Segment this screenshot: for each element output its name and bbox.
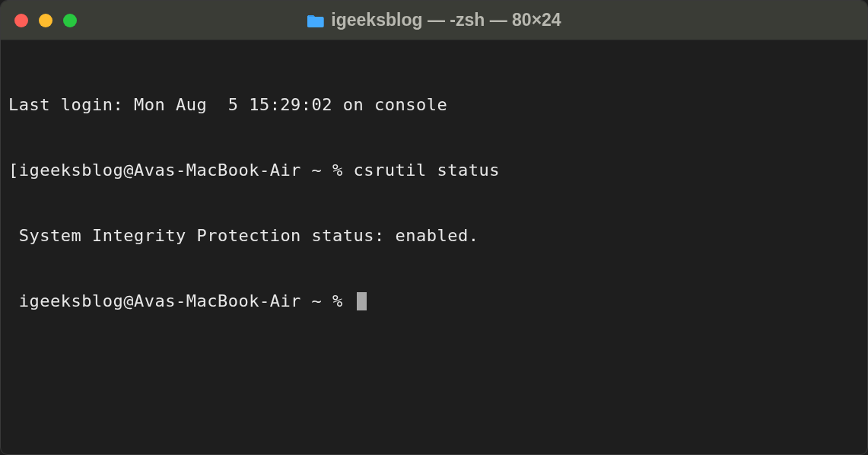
prompt-line: [igeeksblog@Avas-MacBook-Air ~ % csrutil…	[8, 160, 860, 182]
zoom-button[interactable]	[63, 14, 77, 27]
prompt-text: igeeksblog@Avas-MacBook-Air ~ %	[19, 161, 354, 180]
window-title-text: igeeksblog — -zsh — 80×24	[331, 10, 561, 30]
titlebar: igeeksblog — -zsh — 80×24	[1, 1, 867, 40]
cursor	[357, 292, 367, 310]
window-title: igeeksblog — -zsh — 80×24	[307, 10, 561, 30]
prompt-line: igeeksblog@Avas-MacBook-Air ~ %	[8, 291, 860, 313]
terminal-body[interactable]: Last login: Mon Aug 5 15:29:02 on consol…	[1, 40, 867, 366]
output-line: Last login: Mon Aug 5 15:29:02 on consol…	[8, 94, 860, 116]
command-text: csrutil status	[354, 161, 500, 180]
prompt-bracket: [	[8, 161, 19, 180]
close-button[interactable]	[14, 14, 28, 27]
terminal-window: igeeksblog — -zsh — 80×24 Last login: Mo…	[0, 0, 868, 455]
folder-icon	[307, 14, 323, 27]
output-text: System Integrity Protection status: enab…	[19, 226, 479, 245]
output-line: System Integrity Protection status: enab…	[8, 225, 860, 247]
prompt-text: igeeksblog@Avas-MacBook-Air ~ %	[19, 291, 354, 310]
traffic-lights	[14, 14, 77, 27]
minimize-button[interactable]	[39, 14, 52, 27]
